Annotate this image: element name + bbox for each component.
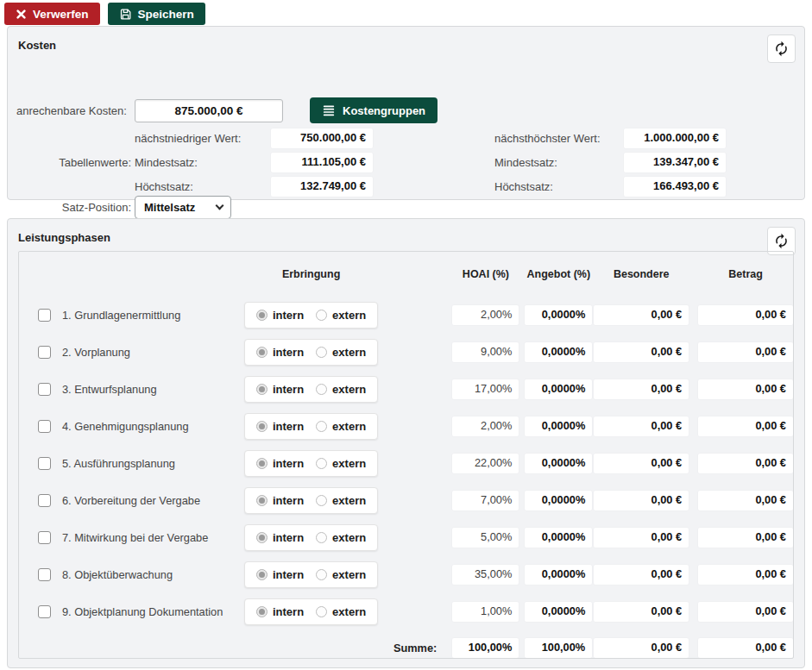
mindestsatz-rechts-label: Mindestsatz: [494,153,557,172]
hoai-percent-field[interactable]: 35,00% [452,565,519,585]
phase-checkbox[interactable] [38,568,51,581]
leistungsphasen-panel-title: Leistungsphasen [18,231,110,244]
radio-intern-icon[interactable] [256,606,268,617]
extern-radio-option[interactable]: extern [316,494,366,507]
angebot-percent-field[interactable]: 0,0000% [525,379,592,399]
phase-name: 7. Mitwirkung bei der Vergabe [62,531,230,544]
hoai-percent-field[interactable]: 1,00% [452,602,519,622]
betrag-field[interactable]: 0,00 € [698,491,793,510]
intern-radio-option[interactable]: intern [256,309,304,322]
hoai-percent-field[interactable]: 17,00% [452,379,519,399]
hoai-percent-field[interactable]: 2,00% [452,305,519,325]
angebot-percent-field[interactable]: 0,0000% [525,342,592,362]
radio-extern-icon[interactable] [316,384,327,395]
angebot-percent-field[interactable]: 0,0000% [525,491,592,510]
erbringung-radio-group: intern extern [244,302,379,329]
satz-position-select[interactable]: Mittelsatz [135,196,231,219]
phase-checkbox[interactable] [38,420,51,433]
intern-radio-option[interactable]: intern [256,531,304,544]
besondere-field[interactable]: 0,00 € [594,416,689,436]
angebot-percent-field[interactable]: 0,0000% [525,565,592,585]
angebot-percent-field[interactable]: 0,0000% [525,602,592,622]
hoai-percent-field[interactable]: 2,00% [452,416,519,436]
header-betrag: Betrag [698,268,793,281]
phase-checkbox[interactable] [38,605,51,618]
discard-button[interactable]: Verwerfen [4,3,100,25]
radio-intern-icon[interactable] [256,569,268,580]
besondere-field[interactable]: 0,00 € [594,528,689,548]
extern-radio-option[interactable]: extern [316,531,366,544]
besondere-field[interactable]: 0,00 € [594,379,689,399]
header-hoai: HOAI (%) [453,268,519,281]
betrag-field[interactable]: 0,00 € [698,342,793,362]
intern-radio-option[interactable]: intern [256,457,304,470]
header-besondere: Besondere [594,268,689,281]
radio-extern-icon[interactable] [316,421,327,432]
besondere-field[interactable]: 0,00 € [594,342,689,362]
besondere-field[interactable]: 0,00 € [594,565,689,585]
besondere-field[interactable]: 0,00 € [594,305,689,325]
radio-intern-icon[interactable] [256,421,268,432]
radio-extern-icon[interactable] [316,569,327,580]
intern-radio-option[interactable]: intern [256,568,304,581]
kostengruppen-button[interactable]: Kostengruppen [310,97,437,123]
hoai-percent-field[interactable]: 7,00% [452,491,519,510]
phase-checkbox[interactable] [38,531,51,544]
radio-extern-icon[interactable] [316,495,327,506]
radio-intern-icon[interactable] [256,310,268,321]
phase-name: 3. Entwurfsplanung [62,383,230,396]
angebot-percent-field[interactable]: 0,0000% [525,305,592,325]
extern-radio-option[interactable]: extern [316,383,366,396]
intern-radio-option[interactable]: intern [256,605,304,618]
kosten-refresh-button[interactable] [767,34,796,63]
radio-intern-icon[interactable] [256,384,268,395]
toolbar: Verwerfen Speichern [4,3,205,25]
phase-checkbox[interactable] [38,309,51,322]
besondere-field[interactable]: 0,00 € [594,454,689,473]
hoai-percent-field[interactable]: 9,00% [452,342,519,362]
radio-extern-icon[interactable] [316,532,327,543]
intern-radio-option[interactable]: intern [256,383,304,396]
table-row: 1. Grundlagenermittlung intern extern 2,… [19,297,793,334]
betrag-field[interactable]: 0,00 € [698,305,793,325]
phase-checkbox[interactable] [38,346,51,359]
summe-hoai-value: 100,00% [452,638,519,658]
intern-radio-option[interactable]: intern [256,346,304,359]
betrag-field[interactable]: 0,00 € [698,602,793,622]
besondere-field[interactable]: 0,00 € [594,491,689,510]
intern-radio-option[interactable]: intern [256,420,304,433]
phase-checkbox[interactable] [38,494,51,507]
angebot-percent-field[interactable]: 0,0000% [525,528,592,548]
phase-checkbox[interactable] [38,383,51,396]
betrag-field[interactable]: 0,00 € [698,565,793,585]
summe-besondere-value: 0,00 € [594,638,689,658]
angebot-percent-field[interactable]: 0,0000% [525,416,592,436]
betrag-field[interactable]: 0,00 € [698,379,793,399]
save-button[interactable]: Speichern [108,3,205,25]
extern-radio-option[interactable]: extern [316,568,366,581]
extern-radio-option[interactable]: extern [316,457,366,470]
discard-button-label: Verwerfen [33,8,89,21]
radio-intern-icon[interactable] [256,495,268,506]
hoai-percent-field[interactable]: 22,00% [452,454,519,473]
betrag-field[interactable]: 0,00 € [698,416,793,436]
angebot-percent-field[interactable]: 0,0000% [525,454,592,473]
betrag-field[interactable]: 0,00 € [698,528,793,548]
radio-intern-icon[interactable] [256,458,268,469]
hoai-percent-field[interactable]: 5,00% [452,528,519,548]
phase-checkbox[interactable] [38,457,51,470]
extern-radio-option[interactable]: extern [316,309,366,322]
radio-extern-icon[interactable] [316,458,327,469]
extern-radio-option[interactable]: extern [316,605,366,618]
radio-intern-icon[interactable] [256,532,268,543]
radio-extern-icon[interactable] [316,310,327,321]
extern-radio-option[interactable]: extern [316,420,366,433]
besondere-field[interactable]: 0,00 € [594,602,689,622]
betrag-field[interactable]: 0,00 € [698,454,793,473]
radio-intern-icon[interactable] [256,347,268,358]
radio-extern-icon[interactable] [316,347,327,358]
extern-radio-option[interactable]: extern [316,346,366,359]
anrechenbare-kosten-input[interactable] [135,99,283,122]
radio-extern-icon[interactable] [316,606,327,617]
intern-radio-option[interactable]: intern [256,494,304,507]
